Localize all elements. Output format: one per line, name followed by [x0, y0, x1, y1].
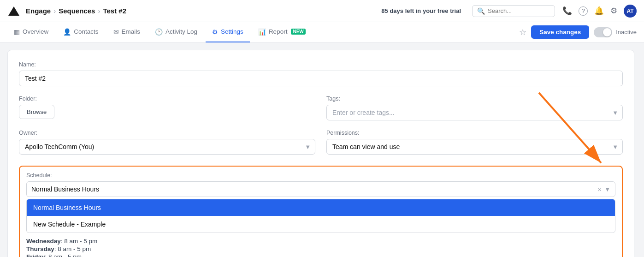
owner-select-wrap: Apollo TechComm (You) ▼: [19, 139, 315, 155]
schedule-wednesday: Wednesday: 8 am - 5 pm: [26, 238, 615, 245]
schedule-thursday: Thursday: 8 am - 5 pm: [26, 245, 615, 252]
bell-icon[interactable]: 🔔: [594, 6, 604, 16]
schedule-chevron-icon[interactable]: ▼: [604, 186, 610, 193]
emails-icon: ✉: [113, 28, 119, 36]
schedule-field-group: Schedule: × ▼ Normal Business Hours New …: [19, 166, 623, 257]
tab-contacts[interactable]: 👤 Contacts: [57, 22, 105, 42]
tab-emails-label: Emails: [122, 28, 141, 35]
schedule-clear-icon[interactable]: ×: [597, 185, 602, 193]
logo: [7, 5, 20, 18]
schedule-dropdown: Normal Business Hours New Schedule - Exa…: [26, 199, 615, 233]
folder-label: Folder:: [19, 96, 315, 102]
tab-overview[interactable]: ▦ Overview: [7, 22, 55, 42]
owner-label: Owner:: [19, 130, 315, 136]
schedule-input-wrap[interactable]: × ▼: [26, 181, 615, 197]
status-label: Inactive: [616, 29, 637, 36]
permissions-field-group: Permissions: Team can view and use ▼: [326, 130, 623, 155]
tab-overview-label: Overview: [23, 28, 48, 35]
breadcrumb-test2: Test #2: [103, 7, 126, 15]
help-icon[interactable]: ?: [579, 6, 588, 16]
breadcrumb: Engage › Sequences › Test #2: [26, 7, 126, 15]
search-input[interactable]: [488, 7, 550, 14]
toggle-knob: [603, 28, 611, 36]
permissions-select[interactable]: Team can view and use: [326, 139, 623, 155]
breadcrumb-sep-2: ›: [98, 7, 100, 15]
tab-bar: ▦ Overview 👤 Contacts ✉ Emails 🕐 Activit…: [0, 22, 644, 42]
permissions-select-wrap: Team can view and use ▼: [326, 139, 623, 155]
tab-emails[interactable]: ✉ Emails: [107, 22, 147, 42]
tags-label: Tags:: [326, 96, 623, 102]
tab-actions: ☆ Save changes Inactive: [519, 25, 637, 39]
tab-settings[interactable]: ⚙ Settings: [206, 22, 250, 42]
main-content: Name: Folder: Browse Tags: Enter or crea…: [0, 42, 644, 257]
schedule-friday: Friday: 8 am - 5 pm: [26, 253, 615, 257]
activity-log-icon: 🕐: [155, 28, 163, 36]
phone-icon[interactable]: 📞: [562, 6, 572, 16]
contacts-icon: 👤: [63, 28, 71, 36]
active-toggle[interactable]: [594, 27, 612, 37]
tab-report[interactable]: 📊 Report NEW: [252, 22, 312, 42]
schedule-info: Wednesday: 8 am - 5 pm Thursday: 8 am - …: [26, 233, 615, 257]
tags-placeholder: Enter or create tags...: [332, 109, 395, 116]
nav-icons: 📞 ? 🔔 ⚙ AT: [562, 5, 637, 18]
settings-tab-icon: ⚙: [212, 28, 218, 36]
folder-tags-row: Folder: Browse Tags: Enter or create tag…: [19, 96, 623, 130]
save-button[interactable]: Save changes: [531, 25, 589, 39]
schedule-option-0[interactable]: Normal Business Hours: [27, 199, 615, 216]
name-input[interactable]: [19, 71, 623, 86]
overview-icon: ▦: [14, 28, 20, 36]
search-icon: 🔍: [477, 7, 485, 15]
tab-contacts-label: Contacts: [74, 28, 98, 35]
schedule-label: Schedule:: [26, 172, 615, 179]
report-icon: 📊: [258, 28, 266, 36]
owner-field-group: Owner: Apollo TechComm (You) ▼: [19, 130, 315, 155]
breadcrumb-engage[interactable]: Engage: [26, 7, 51, 15]
settings-card: Name: Folder: Browse Tags: Enter or crea…: [7, 50, 634, 257]
tab-report-label: Report: [269, 28, 288, 35]
top-nav: Engage › Sequences › Test #2 85 days lef…: [0, 0, 644, 22]
settings-icon[interactable]: ⚙: [610, 6, 617, 16]
owner-permissions-row: Owner: Apollo TechComm (You) ▼ Permissio…: [19, 130, 623, 164]
tags-select[interactable]: Enter or create tags...: [326, 105, 623, 120]
browse-button[interactable]: Browse: [19, 105, 54, 119]
name-label: Name:: [19, 61, 623, 68]
tab-activity-log-label: Activity Log: [165, 28, 197, 35]
schedule-input[interactable]: [31, 182, 597, 197]
tab-settings-label: Settings: [221, 28, 243, 35]
search-box[interactable]: 🔍: [472, 5, 555, 17]
star-icon[interactable]: ☆: [519, 27, 526, 37]
avatar[interactable]: AT: [624, 5, 637, 18]
owner-select[interactable]: Apollo TechComm (You): [19, 139, 315, 155]
name-field-group: Name:: [19, 61, 623, 86]
breadcrumb-sep-1: ›: [53, 7, 56, 15]
toggle-wrap: Inactive: [594, 27, 637, 37]
schedule-option-1[interactable]: New Schedule - Example: [27, 216, 615, 233]
permissions-label: Permissions:: [326, 130, 623, 136]
trial-text: 85 days left in your free trial: [381, 7, 461, 14]
tab-activity-log[interactable]: 🕐 Activity Log: [148, 22, 204, 42]
breadcrumb-sequences[interactable]: Sequences: [59, 7, 95, 15]
tags-field-group: Tags: Enter or create tags... ▼: [326, 96, 623, 120]
folder-field-group: Folder: Browse: [19, 96, 315, 120]
new-badge: NEW: [291, 29, 305, 35]
tags-select-wrap: Enter or create tags... ▼: [326, 105, 623, 120]
